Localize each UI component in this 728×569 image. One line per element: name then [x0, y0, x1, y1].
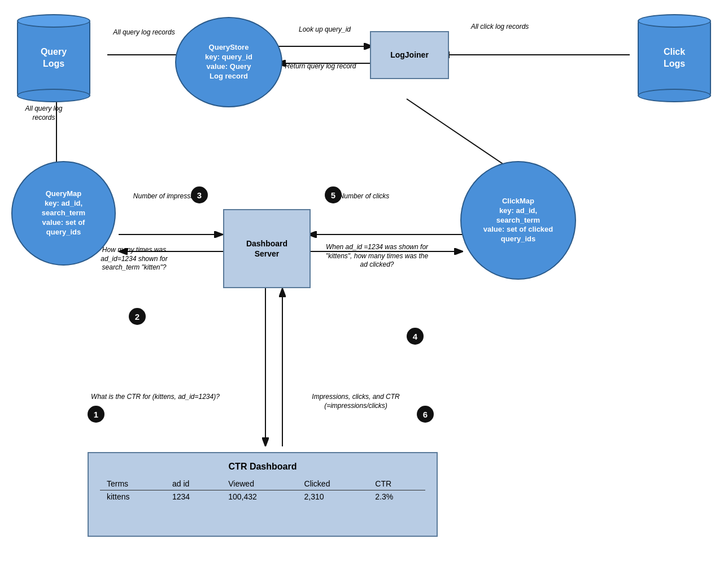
- cell-terms: kittens: [100, 490, 165, 503]
- ctr-dashboard: CTR Dashboard Terms ad id Viewed Clicked…: [88, 452, 438, 537]
- arrow-label-query-to-map: All query log records: [14, 105, 73, 122]
- step-5: 5: [325, 186, 342, 203]
- dashboard-server-rect: Dashboard Server: [223, 209, 311, 288]
- click-map-label: ClickMap key: ad_id, search_term value: …: [479, 192, 558, 249]
- ctr-table: Terms ad id Viewed Clicked CTR kittens 1…: [100, 477, 425, 503]
- col-terms: Terms: [100, 477, 165, 490]
- arrow-label-lookup-query-id: Look up query_id: [285, 25, 364, 34]
- col-clicked: Clicked: [298, 477, 369, 490]
- ctr-dashboard-title: CTR Dashboard: [100, 462, 425, 472]
- step-2: 2: [129, 308, 146, 325]
- col-ad-id: ad id: [165, 477, 221, 490]
- arrow-label-all-click-log: All click log records: [463, 23, 537, 32]
- table-header-row: Terms ad id Viewed Clicked CTR: [100, 477, 425, 490]
- step-1: 1: [88, 406, 104, 423]
- table-row: kittens 1234 100,432 2,310 2.3%: [100, 490, 425, 503]
- dashboard-server-label: Dashboard Server: [246, 238, 287, 259]
- arrow-label-when-ad-id: When ad_id =1234 was shown for "kittens"…: [322, 243, 432, 270]
- cell-ctr: 2.3%: [368, 490, 425, 503]
- arrow-label-impressions-clicks-ctr: Impressions, clicks, and CTR (=impressio…: [288, 393, 424, 410]
- col-ctr: CTR: [368, 477, 425, 490]
- click-map-ellipse: ClickMap key: ad_id, search_term value: …: [460, 161, 576, 280]
- cell-viewed: 100,432: [221, 490, 297, 503]
- step-4: 4: [407, 328, 424, 345]
- cell-ad-id: 1234: [165, 490, 221, 503]
- query-store-ellipse: QueryStore key: query_id value: Query Lo…: [175, 17, 282, 107]
- query-store-label: QueryStore key: query_id value: Query Lo…: [199, 37, 258, 87]
- query-logs-cylinder: Query Logs: [17, 17, 90, 99]
- arrow-label-return-query-log: Return query log record: [277, 62, 364, 71]
- query-map-label: QueryMap key: ad_id, search_term value: …: [37, 185, 90, 241]
- log-joiner-rect: LogJoiner: [370, 31, 449, 79]
- log-joiner-label: LogJoiner: [390, 50, 429, 60]
- arrow-label-ctr-query: What is the CTR for (kittens, ad_id=1234…: [88, 393, 223, 402]
- step-3: 3: [191, 186, 208, 203]
- query-logs-label: Query Logs: [41, 46, 67, 70]
- cell-clicked: 2,310: [298, 490, 369, 503]
- click-logs-cylinder: Click Logs: [638, 17, 711, 99]
- step-6: 6: [417, 406, 434, 423]
- diagram-container: Query Logs Click Logs QueryStore key: qu…: [0, 0, 728, 569]
- click-logs-label: Click Logs: [664, 46, 685, 70]
- arrow-label-all-query-to-store: All query log records: [110, 28, 178, 37]
- arrow-label-how-many: How many times was ad_id=1234 shown for …: [88, 246, 181, 272]
- col-viewed: Viewed: [221, 477, 297, 490]
